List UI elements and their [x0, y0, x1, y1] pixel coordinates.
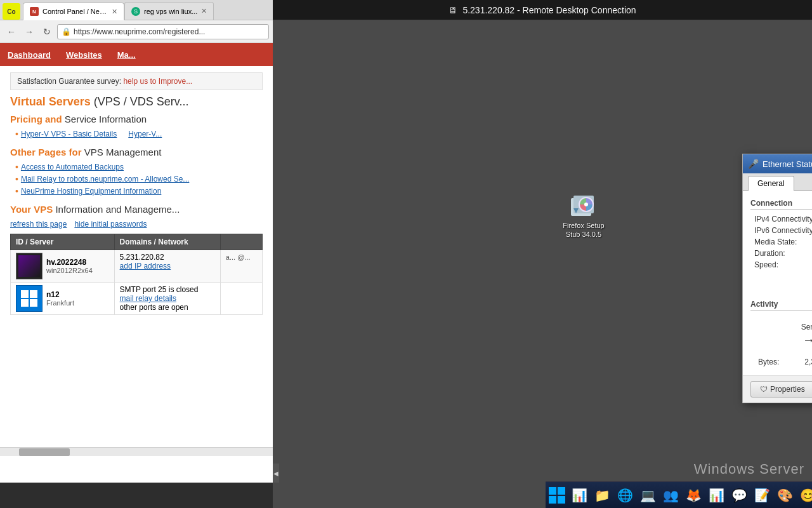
bytes-sent-value: 2,362,579,354	[804, 358, 812, 366]
svg-rect-0	[21, 290, 29, 298]
address-bar[interactable]: 🔒 https://www.neuprime.com/registered...	[57, 24, 269, 39]
add-ip-link[interactable]: add IP address	[120, 262, 171, 271]
taskbar-icon-8[interactable]: 💬	[728, 485, 750, 506]
tab-2-label: reg vps win liux...	[144, 8, 197, 15]
dialog-titlebar: 🎤 Ethernet Status ✕	[743, 154, 812, 173]
taskbar-icon-10[interactable]: 🎨	[774, 485, 796, 506]
taskbar-icon-5[interactable]: 👥	[660, 485, 681, 506]
other-link-2: Mail Relay to robots.neuprime.com - Allo…	[15, 173, 263, 185]
taskbar-icon-6[interactable]: 🦊	[683, 485, 704, 506]
activity-section-label: Activity	[750, 300, 812, 311]
other-pages-links: Access to Automated Backups Mail Relay t…	[10, 161, 263, 197]
vps-section: Your VPS Information and Manageme... ref…	[10, 204, 263, 315]
ethernet-status-dialog: 🎤 Ethernet Status ✕ General Connection I…	[742, 154, 812, 403]
forward-btn[interactable]: →	[22, 24, 37, 39]
page-content: Satisfaction Guarantee survey: help us t…	[0, 66, 273, 483]
browser-window: Co N Control Panel / NeuPrime ✕ S reg vp…	[0, 0, 273, 483]
other-link-3: NeuPrime Hosting Equipment Information	[15, 185, 263, 197]
taskbar-icons: 📊 📁 🌐 💻 👥 🦊 📊 💬 📝 🎨 😊 🖥 🍀	[568, 485, 812, 506]
rdp-taskbar: 📊 📁 🌐 💻 👥 🦊 📊 💬 📝 🎨 😊 🖥 🍀 ▲ EN 📶 🔊 6:27 …	[546, 481, 812, 508]
refresh-btn[interactable]: ↻	[39, 24, 55, 39]
table-cell-network2: SMTP port 25 is closed mail relay detail…	[114, 283, 220, 315]
svg-rect-20	[558, 487, 565, 495]
taskbar-icon-2[interactable]: 📁	[591, 485, 613, 506]
backup-link[interactable]: Access to Automated Backups	[21, 163, 124, 171]
rdp-desktop: Firefox Setup Stub 34.0.5 🎤 Ethernet Sta…	[273, 20, 812, 508]
h-scroll-thumb[interactable]	[19, 448, 70, 456]
survey-bar: Satisfaction Guarantee survey: help us t…	[10, 72, 263, 90]
collapse-handle[interactable]: ◀	[273, 464, 279, 483]
svg-rect-2	[21, 299, 29, 307]
tab-general[interactable]: General	[748, 176, 794, 191]
taskbar-icon-7[interactable]: 📊	[705, 485, 727, 506]
other-link-1: Access to Automated Backups	[15, 161, 263, 173]
firefox-setup-label: Firefox Setup Stub 34.0.5	[563, 221, 604, 239]
table-cell-server2: n12 Frankfurt	[11, 283, 115, 315]
refresh-page-link[interactable]: refresh this page	[10, 220, 67, 229]
table-cell-server1: hv.2022248 win2012R2x64	[11, 250, 115, 283]
tab-1-close[interactable]: ✕	[112, 8, 117, 16]
taskbar-icon-9[interactable]: 📝	[751, 485, 773, 506]
table-cell-extra2	[220, 283, 262, 315]
hide-passwords-link[interactable]: hide initial passwords	[74, 220, 147, 229]
equipment-link[interactable]: NeuPrime Hosting Equipment Information	[21, 187, 161, 196]
ip-address-1: 5.231.220.82	[120, 253, 215, 262]
table-header-id: ID / Server	[11, 234, 115, 250]
table-header-extra	[220, 234, 262, 250]
sent-arrow: →	[801, 333, 812, 347]
address-text: https://www.neuprime.com/registered...	[74, 27, 205, 36]
server-id-1: hv.2022248	[46, 258, 93, 267]
dialog-tabs: General	[743, 173, 812, 191]
hyperv-basic-link[interactable]: Hyper-V VPS - Basic Details	[21, 130, 117, 138]
server-thumbnail-1	[16, 253, 43, 279]
dialog-buttons-group: 🛡 Properties 🛡 Disable Diagnose	[750, 381, 812, 398]
rdp-titlebar: 🖥 5.231.220.82 - Remote Desktop Connecti…	[273, 0, 812, 20]
ipv6-row: IPv6 Connectivity: No Internet access	[750, 225, 812, 236]
svg-rect-22	[558, 496, 565, 504]
server-id-2: n12	[46, 290, 74, 299]
extra-1: a... @...	[226, 253, 251, 261]
browser-tab-2[interactable]: S reg vps win liux... ✕	[124, 2, 214, 20]
taskbar-icon-3[interactable]: 🌐	[614, 485, 636, 506]
taskbar-icon-1[interactable]: 📊	[568, 485, 590, 506]
nav-dashboard[interactable]: Dashboard	[8, 48, 51, 62]
other-ports: other ports are open	[120, 303, 215, 312]
firefox-setup-icon[interactable]: Firefox Setup Stub 34.0.5	[558, 185, 609, 242]
mail-relay-link[interactable]: mail relay details	[120, 294, 176, 303]
dialog-title-left: 🎤 Ethernet Status	[748, 159, 812, 169]
firefox-setup-image	[568, 188, 599, 218]
browser-nav: ← → ↻ 🔒 https://www.neuprime.com/registe…	[0, 20, 273, 43]
dialog-title-text: Ethernet Status	[763, 159, 812, 169]
tab-1-label: Control Panel / NeuPrime	[43, 8, 108, 15]
tab-2-close[interactable]: ✕	[201, 7, 207, 15]
hyperv-link2[interactable]: Hyper-V...	[128, 130, 162, 138]
other-pages-section: Other Pages for VPS Management Access to…	[10, 147, 263, 197]
back-btn[interactable]: ←	[4, 24, 19, 39]
vps-table: ID / Server Domains / Network	[10, 234, 263, 315]
ipv4-row: IPv4 Connectivity: Internet	[750, 213, 812, 225]
browser-tab-1[interactable]: N Control Panel / NeuPrime ✕	[23, 3, 124, 20]
properties-button[interactable]: 🛡 Properties	[750, 381, 812, 398]
start-button[interactable]	[548, 485, 566, 506]
sent-label: Sent	[801, 323, 812, 331]
windows-server-label: Windows Server	[686, 457, 812, 481]
pricing-links: Hyper-V VPS - Basic Details Hyper-V...	[10, 128, 263, 140]
svg-rect-21	[549, 496, 556, 504]
horizontal-scrollbar[interactable]	[0, 447, 273, 456]
nav-more[interactable]: Ma...	[117, 48, 136, 62]
survey-link[interactable]: help us to Improve...	[123, 77, 192, 86]
table-cell-network1: 5.231.220.82 add IP address	[114, 250, 220, 283]
mailrelay-link[interactable]: Mail Relay to robots.neuprime.com - Allo…	[21, 175, 189, 184]
connection-section-label: Connection	[750, 199, 812, 210]
rdp-title-icon: 🖥	[449, 5, 457, 15]
taskbar-icon-4[interactable]: 💻	[637, 485, 658, 506]
nav-websites[interactable]: Websites	[66, 48, 102, 62]
server-thumbnail-2	[16, 285, 43, 312]
table-cell-extra1: a... @...	[220, 250, 262, 283]
other-pages-title: Other Pages for VPS Management	[10, 147, 263, 157]
connection-rows: IPv4 Connectivity: Internet IPv6 Connect…	[750, 213, 812, 271]
taskbar-icon-11[interactable]: 😊	[797, 485, 812, 506]
browser-tabs-bar: Co N Control Panel / NeuPrime ✕ S reg vp…	[0, 0, 273, 20]
rdp-title-text: 5.231.220.82 - Remote Desktop Connection	[462, 5, 636, 15]
lock-icon: 🔒	[62, 27, 71, 36]
